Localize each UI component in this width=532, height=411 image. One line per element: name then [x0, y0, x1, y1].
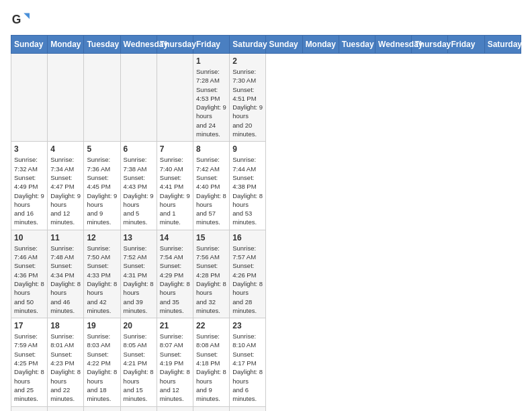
calendar-cell: [157, 54, 193, 142]
weekday-header-cell: Sunday: [266, 36, 302, 54]
day-info: Sunrise: 7:57 AM Sunset: 4:26 PM Dayligh…: [232, 244, 263, 315]
calendar-cell: 10Sunrise: 7:46 AM Sunset: 4:36 PM Dayli…: [11, 230, 48, 318]
day-info: Sunrise: 7:32 AM Sunset: 4:49 PM Dayligh…: [14, 155, 44, 226]
calendar-cell: [84, 54, 120, 142]
weekday-header-cell: Tuesday: [339, 36, 375, 54]
calendar-cell: [120, 54, 157, 142]
day-info: Sunrise: 7:50 AM Sunset: 4:33 PM Dayligh…: [87, 244, 117, 315]
calendar-cell: 2Sunrise: 7:30 AM Sunset: 4:51 PM Daylig…: [230, 54, 266, 142]
weekday-header-cell: Saturday: [484, 36, 521, 54]
day-info: Sunrise: 7:44 AM Sunset: 4:38 PM Dayligh…: [232, 155, 263, 226]
weekday-header: Saturday: [230, 36, 266, 54]
calendar-cell: 30Sunrise: 8:22 AM Sunset: 4:10 PM Dayli…: [230, 406, 266, 411]
day-number: 20: [124, 321, 154, 330]
page-header: G: [11, 11, 521, 30]
weekday-header: Wednesday: [120, 36, 157, 54]
calendar-cell: 23Sunrise: 8:10 AM Sunset: 4:17 PM Dayli…: [230, 318, 266, 406]
weekday-header: Friday: [193, 36, 230, 54]
calendar-cell: 17Sunrise: 7:59 AM Sunset: 4:25 PM Dayli…: [11, 318, 48, 406]
weekday-header-cell: Monday: [302, 36, 339, 54]
svg-marker-1: [24, 13, 30, 19]
day-info: Sunrise: 7:36 AM Sunset: 4:45 PM Dayligh…: [87, 155, 117, 226]
calendar-cell: [48, 54, 84, 142]
day-number: 14: [160, 233, 190, 242]
calendar-cell: 18Sunrise: 8:01 AM Sunset: 4:23 PM Dayli…: [48, 318, 84, 406]
calendar-week-row: 10Sunrise: 7:46 AM Sunset: 4:36 PM Dayli…: [11, 230, 521, 318]
day-info: Sunrise: 7:56 AM Sunset: 4:28 PM Dayligh…: [196, 244, 226, 315]
day-info: Sunrise: 7:48 AM Sunset: 4:34 PM Dayligh…: [50, 244, 81, 315]
calendar-cell: 15Sunrise: 7:56 AM Sunset: 4:28 PM Dayli…: [193, 230, 230, 318]
calendar-cell: 22Sunrise: 8:08 AM Sunset: 4:18 PM Dayli…: [193, 318, 230, 406]
day-info: Sunrise: 7:28 AM Sunset: 4:53 PM Dayligh…: [196, 67, 226, 138]
svg-text:G: G: [12, 13, 21, 26]
day-number: 8: [196, 144, 226, 154]
calendar-cell: 3Sunrise: 7:32 AM Sunset: 4:49 PM Daylig…: [11, 142, 48, 230]
day-number: 2: [232, 56, 263, 66]
calendar-cell: 25Sunrise: 8:14 AM Sunset: 4:14 PM Dayli…: [48, 406, 84, 411]
calendar-header-row: SundayMondayTuesdayWednesdayThursdayFrid…: [11, 36, 521, 54]
day-info: Sunrise: 7:52 AM Sunset: 4:31 PM Dayligh…: [124, 244, 154, 315]
calendar-cell: 13Sunrise: 7:52 AM Sunset: 4:31 PM Dayli…: [120, 230, 157, 318]
day-info: Sunrise: 8:07 AM Sunset: 4:19 PM Dayligh…: [160, 332, 190, 403]
day-number: 9: [232, 144, 263, 154]
logo-icon: G: [11, 11, 30, 30]
weekday-header: Sunday: [11, 36, 48, 54]
day-number: 6: [124, 144, 154, 154]
weekday-header-cell: Friday: [448, 36, 484, 54]
calendar-cell: 14Sunrise: 7:54 AM Sunset: 4:29 PM Dayli…: [157, 230, 193, 318]
weekday-header-cell: Thursday: [412, 36, 448, 54]
calendar-cell: 24Sunrise: 8:12 AM Sunset: 4:16 PM Dayli…: [11, 406, 48, 411]
calendar-cell: 19Sunrise: 8:03 AM Sunset: 4:22 PM Dayli…: [84, 318, 120, 406]
calendar-week-row: 3Sunrise: 7:32 AM Sunset: 4:49 PM Daylig…: [11, 142, 521, 230]
calendar-cell: 12Sunrise: 7:50 AM Sunset: 4:33 PM Dayli…: [84, 230, 120, 318]
day-number: 11: [50, 233, 81, 242]
day-info: Sunrise: 8:05 AM Sunset: 4:21 PM Dayligh…: [124, 332, 154, 403]
day-number: 7: [160, 144, 190, 154]
calendar-cell: 16Sunrise: 7:57 AM Sunset: 4:26 PM Dayli…: [230, 230, 266, 318]
day-number: 18: [50, 321, 81, 330]
day-number: 15: [196, 233, 226, 242]
weekday-header-cell: Wednesday: [375, 36, 412, 54]
day-info: Sunrise: 8:01 AM Sunset: 4:23 PM Dayligh…: [50, 332, 81, 403]
calendar-cell: 20Sunrise: 8:05 AM Sunset: 4:21 PM Dayli…: [120, 318, 157, 406]
calendar-cell: 11Sunrise: 7:48 AM Sunset: 4:34 PM Dayli…: [48, 230, 84, 318]
calendar-cell: 1Sunrise: 7:28 AM Sunset: 4:53 PM Daylig…: [193, 54, 230, 142]
calendar-cell: 6Sunrise: 7:38 AM Sunset: 4:43 PM Daylig…: [120, 142, 157, 230]
calendar-cell: 29Sunrise: 8:20 AM Sunset: 4:10 PM Dayli…: [193, 406, 230, 411]
day-info: Sunrise: 7:42 AM Sunset: 4:40 PM Dayligh…: [196, 155, 226, 226]
calendar-cell: [11, 54, 48, 142]
day-info: Sunrise: 8:10 AM Sunset: 4:17 PM Dayligh…: [232, 332, 263, 403]
day-number: 3: [14, 144, 44, 154]
day-number: 21: [160, 321, 190, 330]
day-number: 5: [87, 144, 117, 154]
weekday-header: Tuesday: [84, 36, 120, 54]
day-number: 22: [196, 321, 226, 330]
calendar-week-row: 17Sunrise: 7:59 AM Sunset: 4:25 PM Dayli…: [11, 318, 521, 406]
calendar-cell: 7Sunrise: 7:40 AM Sunset: 4:41 PM Daylig…: [157, 142, 193, 230]
day-number: 12: [87, 233, 117, 242]
day-number: 19: [87, 321, 117, 330]
logo: G: [11, 11, 32, 30]
day-info: Sunrise: 7:34 AM Sunset: 4:47 PM Dayligh…: [50, 155, 81, 226]
day-number: 17: [14, 321, 44, 330]
day-number: 13: [124, 233, 154, 242]
day-info: Sunrise: 8:08 AM Sunset: 4:18 PM Dayligh…: [196, 332, 226, 403]
calendar-cell: 26Sunrise: 8:15 AM Sunset: 4:13 PM Dayli…: [84, 406, 120, 411]
day-info: Sunrise: 8:03 AM Sunset: 4:22 PM Dayligh…: [87, 332, 117, 403]
day-number: 1: [196, 56, 226, 66]
calendar-week-row: 1Sunrise: 7:28 AM Sunset: 4:53 PM Daylig…: [11, 54, 521, 142]
calendar-cell: 27Sunrise: 8:17 AM Sunset: 4:12 PM Dayli…: [120, 406, 157, 411]
weekday-header: Monday: [48, 36, 84, 54]
calendar-table: SundayMondayTuesdayWednesdayThursdayFrid…: [11, 35, 521, 411]
calendar-week-row: 24Sunrise: 8:12 AM Sunset: 4:16 PM Dayli…: [11, 406, 521, 411]
weekday-header: Thursday: [157, 36, 193, 54]
calendar-cell: 9Sunrise: 7:44 AM Sunset: 4:38 PM Daylig…: [230, 142, 266, 230]
day-number: 23: [232, 321, 263, 330]
day-number: 10: [14, 233, 44, 242]
day-number: 4: [50, 144, 81, 154]
day-number: 16: [232, 233, 263, 242]
day-info: Sunrise: 7:38 AM Sunset: 4:43 PM Dayligh…: [124, 155, 154, 226]
calendar-cell: 28Sunrise: 8:19 AM Sunset: 4:11 PM Dayli…: [157, 406, 193, 411]
calendar-cell: 8Sunrise: 7:42 AM Sunset: 4:40 PM Daylig…: [193, 142, 230, 230]
day-info: Sunrise: 7:59 AM Sunset: 4:25 PM Dayligh…: [14, 332, 44, 403]
